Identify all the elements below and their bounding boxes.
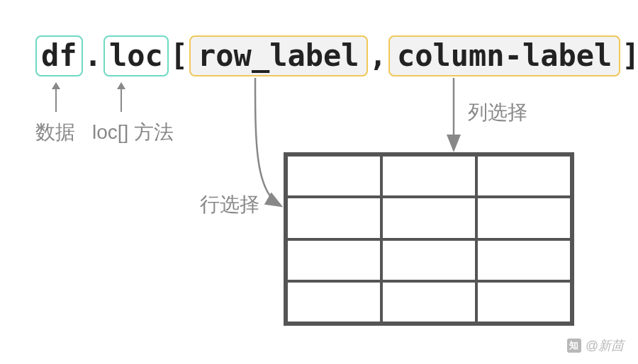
zhihu-icon: 知 [567,339,581,353]
label-loc-method: loc[] 方法 [92,119,174,146]
arrow-df-icon [55,84,57,112]
grid-cell [381,155,476,197]
token-dot: . [83,38,103,74]
grid-cell [381,281,476,323]
grid-cell [286,155,381,197]
token-df: df [35,35,83,76]
token-loc: loc [103,35,169,76]
arrow-row-icon [255,78,280,205]
grid-cell [286,197,381,239]
grid-cell [381,197,476,239]
grid-cell [476,155,571,197]
label-col-select: 列选择 [468,99,527,126]
label-row-select: 行选择 [200,191,259,218]
grid-cell [381,239,476,281]
token-comma: , [368,38,388,74]
token-bracket-close: ] [620,38,638,74]
grid-cell [286,239,381,281]
token-row-label: row_label [189,35,368,76]
code-expression: df . loc [ row_label , column-label ] [35,35,638,76]
token-column-label: column-label [388,35,620,76]
dataframe-grid [284,152,574,326]
grid-cell [476,281,571,323]
token-bracket-open: [ [169,38,189,74]
label-data: 数据 [35,119,75,146]
watermark: 知 @新茴 [567,337,624,354]
grid-cell [476,239,571,281]
arrow-loc-icon [121,84,122,112]
watermark-text: @新茴 [586,337,624,354]
grid-cell [476,197,571,239]
grid-cell [286,281,381,323]
